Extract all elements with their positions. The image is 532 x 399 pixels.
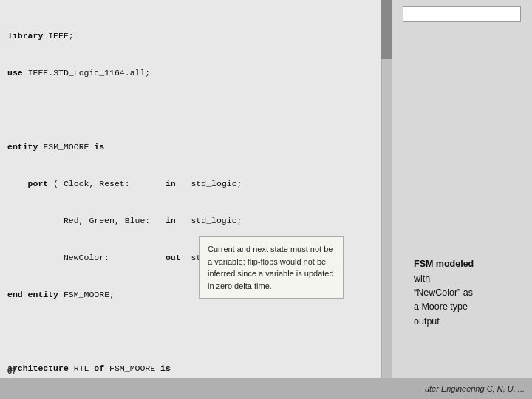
bottom-bar: uter Engineering C, N, U, ... <box>0 378 532 399</box>
code-line-10: architecture RTL of FSM_MOORE is <box>7 363 384 375</box>
fsm-label: FSM modeled <box>414 259 474 269</box>
code-content: library IEEE; use IEEE.STD_Logic_1164.al… <box>0 0 392 399</box>
bottom-bar-text: uter Engineering C, N, U, ... <box>425 384 525 393</box>
scroll-thumb[interactable] <box>381 0 392 59</box>
code-line-2: use IEEE.STD_Logic_1164.all; <box>7 67 384 80</box>
fsm-with: with <box>414 273 430 284</box>
code-line-6: Red, Green, Blue: in std_logic; <box>7 215 384 228</box>
code-line-5: port ( Clock, Reset: in std_logic; <box>7 178 384 191</box>
code-line-1: library IEEE; <box>7 30 384 43</box>
tooltip-box: Current and next state must not be a var… <box>200 236 344 299</box>
fsm-description: FSM modeled with “NewColor” as a Moore t… <box>414 257 528 329</box>
code-line-3 <box>7 104 384 117</box>
code-line-9 <box>7 326 384 338</box>
fsm-newcolor: “NewColor” as <box>414 287 473 298</box>
right-panel: FSM modeled with “NewColor” as a Moore t… <box>392 0 532 399</box>
tooltip-text: Current and next state must not be a var… <box>208 245 334 290</box>
fsm-output: output <box>414 316 440 327</box>
scroll-bar[interactable] <box>381 0 392 378</box>
top-input-box[interactable] <box>403 6 521 22</box>
fsm-moore: a Moore type <box>414 301 468 312</box>
code-area: library IEEE; use IEEE.STD_Logic_1164.al… <box>0 0 392 399</box>
page-number: 67 <box>7 366 16 375</box>
code-line-4: entity FSM_MOORE is <box>7 141 384 154</box>
main-container: library IEEE; use IEEE.STD_Logic_1164.al… <box>0 0 532 399</box>
